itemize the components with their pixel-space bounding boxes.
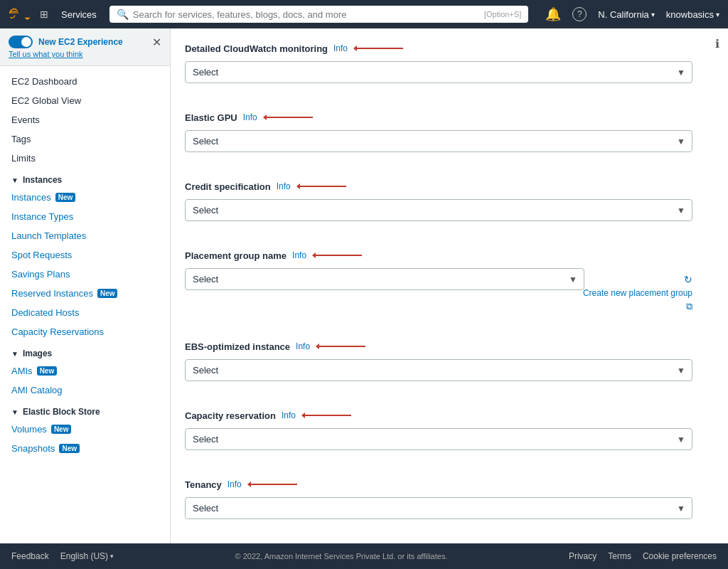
sidebar-item-amis[interactable]: AMIs New (0, 361, 170, 381)
sidebar-item-launch-templates[interactable]: Launch Templates (0, 226, 170, 245)
select-capacity-reservation[interactable]: Select (185, 428, 692, 450)
language-selector[interactable]: English (US) (60, 551, 114, 561)
chevron-down-icon-ebs: ▼ (11, 408, 18, 416)
placement-row: Select ▼ ↻ Create new placement group ⧉ (185, 268, 692, 312)
red-arrow-4 (316, 339, 373, 353)
sidebar-item-snapshots[interactable]: Snapshots New (0, 439, 170, 458)
form-label-capacity-reservation: Capacity reservation Info (185, 408, 692, 422)
create-placement-link[interactable]: ↻ Create new placement group ⧉ (593, 268, 692, 312)
select-elastic-gpu[interactable]: Select (185, 130, 692, 152)
form-section-credit-specification: Credit specification Info Select ▼ (185, 166, 692, 221)
info-link-elastic-gpu[interactable]: Info (243, 112, 257, 122)
svg-marker-8 (312, 252, 316, 258)
cookie-preferences-link[interactable]: Cookie preferences (643, 551, 717, 561)
top-navigation: aws ⊞ Services 🔍 [Option+S] 🔔 ? N. Calif… (0, 0, 728, 28)
red-arrow-6 (247, 477, 304, 491)
account-selector[interactable]: knowbasics (666, 9, 719, 20)
aws-logo[interactable]: aws (9, 7, 31, 21)
info-link-placement-group[interactable]: Info (292, 250, 306, 260)
sidebar-item-dedicated-hosts[interactable]: Dedicated Hosts (0, 303, 170, 322)
section-ebs[interactable]: ▼ Elastic Block Store (0, 400, 170, 420)
form-section-capacity-reservation: Capacity reservation Info Select ▼ (185, 395, 692, 450)
sidebar-item-reserved-instances[interactable]: Reserved Instances New (0, 284, 170, 303)
search-icon: 🔍 (117, 9, 129, 20)
select-wrapper-capacity-reservation: Select ▼ (185, 428, 692, 450)
svg-text:aws: aws (9, 9, 18, 14)
main-layout: New EC2 Experience Tell us what you thin… (0, 28, 728, 543)
sidebar-item-instance-types[interactable]: Instance Types (0, 207, 170, 226)
services-button[interactable]: Services (57, 6, 101, 23)
create-placement-label[interactable]: Create new placement group (583, 288, 692, 298)
select-wrapper-placement-group: Select ▼ (185, 268, 584, 290)
bell-icon[interactable]: 🔔 (545, 6, 561, 22)
form-label-placement-group: Placement group name Info (185, 248, 692, 262)
form-label-detailed-cloudwatch: Detailed CloudWatch monitoring Info (185, 41, 692, 55)
red-arrow-1 (263, 110, 320, 124)
select-ebs-optimized[interactable]: Select (185, 359, 692, 381)
form-label-tenancy: Tenancy Info (185, 477, 692, 491)
select-detailed-cloudwatch[interactable]: Select (185, 61, 692, 83)
new-ec2-toggle-bar: New EC2 Experience Tell us what you thin… (0, 28, 170, 66)
external-link-icon: ⧉ (686, 301, 692, 312)
sidebar-item-spot-requests[interactable]: Spot Requests (0, 245, 170, 265)
new-ec2-toggle-area: New EC2 Experience Tell us what you thin… (9, 36, 123, 58)
sidebar-item-ec2-dashboard[interactable]: EC2 Dashboard (0, 72, 170, 91)
toggle-switch[interactable] (9, 36, 33, 48)
chevron-down-icon: ▼ (11, 176, 18, 184)
form-section-elastic-gpu: Elastic GPU Info Select ▼ (185, 97, 692, 152)
grid-icon[interactable]: ⊞ (40, 9, 48, 20)
sidebar-item-limits[interactable]: Limits (0, 149, 170, 168)
region-selector[interactable]: N. California (598, 9, 655, 20)
section-images[interactable]: ▼ Images (0, 341, 170, 361)
svg-marker-6 (296, 184, 300, 189)
select-credit-specification[interactable]: Select (185, 199, 692, 221)
badge-new-instances: New (55, 193, 76, 202)
select-placement-group[interactable]: Select (185, 268, 584, 290)
select-wrapper-credit-specification: Select ▼ (185, 199, 692, 221)
info-link-capacity-reservation[interactable]: Info (282, 410, 296, 420)
badge-new-snapshots: New (59, 444, 80, 453)
info-link-ebs-optimized[interactable]: Info (296, 341, 310, 351)
form-section-ram-disk-id: RAM disk ID Info Select ▼ (185, 533, 692, 543)
close-icon[interactable]: ✕ (152, 36, 161, 49)
new-ec2-toggle[interactable]: New EC2 Experience (9, 36, 123, 48)
chevron-down-icon-images: ▼ (11, 350, 18, 358)
red-arrow-0 (353, 41, 410, 55)
feedback-link[interactable]: Feedback (11, 551, 49, 561)
privacy-link[interactable]: Privacy (569, 551, 596, 561)
form-section-tenancy: Tenancy Info Select ▼ (185, 464, 692, 519)
sidebar-item-tags[interactable]: Tags (0, 129, 170, 149)
svg-marker-10 (316, 344, 319, 349)
bottom-left: Feedback English (US) (11, 551, 114, 561)
sidebar-item-savings-plans[interactable]: Savings Plans (0, 265, 170, 284)
bottom-right: Privacy Terms Cookie preferences (569, 551, 717, 561)
page-info-icon[interactable]: ℹ (715, 37, 719, 50)
terms-link[interactable]: Terms (608, 551, 631, 561)
section-ebs-label: Elastic Block Store (23, 407, 100, 417)
copyright-text: © 2022, Amazon Internet Services Private… (235, 552, 448, 560)
sidebar-item-instances[interactable]: Instances New (0, 188, 170, 207)
select-tenancy[interactable]: Select (185, 497, 692, 519)
sidebar-item-ami-catalog[interactable]: AMI Catalog (0, 381, 170, 400)
section-images-label: Images (23, 349, 52, 358)
select-wrapper-elastic-gpu: Select ▼ (185, 130, 692, 152)
sidebar-item-events[interactable]: Events (0, 110, 170, 129)
badge-new-amis: New (37, 366, 58, 376)
select-wrapper-tenancy: Select ▼ (185, 497, 692, 519)
new-ec2-sub-link[interactable]: Tell us what you think (9, 50, 123, 58)
info-link-credit-specification[interactable]: Info (277, 181, 291, 191)
new-ec2-label: New EC2 Experience (38, 37, 123, 47)
search-input[interactable] (133, 9, 480, 20)
info-link-detailed-cloudwatch[interactable]: Info (333, 43, 348, 53)
sidebar-item-volumes[interactable]: Volumes New (0, 420, 170, 439)
help-icon[interactable]: ? (572, 7, 587, 21)
svg-marker-14 (247, 482, 251, 487)
refresh-icon: ↻ (684, 274, 692, 285)
sidebar-item-capacity-reservations[interactable]: Capacity Reservations (0, 322, 170, 341)
svg-marker-4 (263, 115, 267, 120)
info-link-tenancy[interactable]: Info (228, 479, 242, 489)
sidebar-item-ec2-global-view[interactable]: EC2 Global View (0, 91, 170, 110)
red-arrow-2 (296, 179, 353, 193)
search-bar[interactable]: 🔍 [Option+S] (109, 6, 528, 23)
section-instances[interactable]: ▼ Instances (0, 168, 170, 188)
